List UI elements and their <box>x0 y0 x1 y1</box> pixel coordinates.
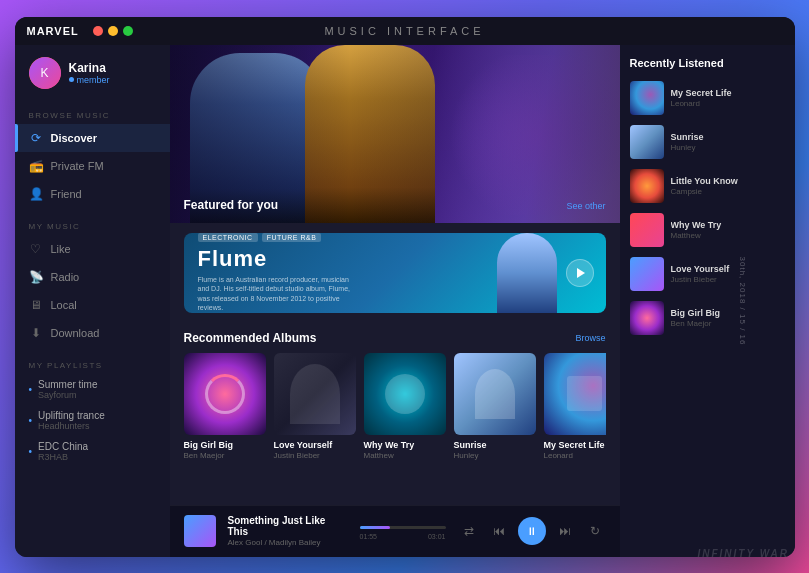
discover-icon: ⟳ <box>29 131 43 145</box>
recent-art-2 <box>630 125 664 159</box>
sidebar-item-download[interactable]: ⬇ Download <box>15 319 170 347</box>
sidebar-item-label: Radio <box>51 271 80 283</box>
sidebar-item-friend[interactable]: 👤 Friend <box>15 180 170 208</box>
recent-info-4: Why We Try Matthew <box>671 220 785 240</box>
recent-artist-4: Matthew <box>671 231 785 240</box>
playlist-item-2[interactable]: • Uplifting trance Headhunters <box>15 405 170 436</box>
app-title: MUSIC INTERFACE <box>324 25 484 37</box>
user-info: Karina member <box>69 61 110 85</box>
sidebar-item-label: Private FM <box>51 160 104 172</box>
albums-browse-button[interactable]: Browse <box>575 333 605 343</box>
playlist-item-1[interactable]: • Summer time Sayforum <box>15 374 170 405</box>
playlist-author: Headhunters <box>38 421 105 431</box>
prev-button[interactable]: ⏮ <box>488 520 510 542</box>
minimize-button[interactable] <box>108 26 118 36</box>
album-artist-5: Leonard <box>544 451 606 460</box>
recent-song-3: Little You Know <box>671 176 785 186</box>
playlist-name: Summer time <box>38 379 97 390</box>
featured-artist-image <box>492 233 562 313</box>
sidebar-item-private-fm[interactable]: 📻 Private FM <box>15 152 170 180</box>
play-pause-button[interactable]: ⏸ <box>518 517 546 545</box>
album-artist-2: Justin Bieber <box>274 451 356 460</box>
album-name-4: Sunrise <box>454 440 536 450</box>
album-art-5 <box>544 353 606 435</box>
recent-artist-1: Leonard <box>671 99 785 108</box>
hero-background: Featured for you See other <box>170 45 620 223</box>
recent-song-1: My Secret Life <box>671 88 785 98</box>
recent-item-2[interactable]: Sunrise Hunley <box>630 125 785 159</box>
hero-featured-label: Featured for you <box>184 195 279 213</box>
album-name-3: Why We Try <box>364 440 446 450</box>
albums-header: Recommended Albums Browse <box>184 331 606 345</box>
recent-info-1: My Secret Life Leonard <box>671 88 785 108</box>
recent-art-4 <box>630 213 664 247</box>
recent-artist-2: Hunley <box>671 143 785 152</box>
heart-icon: ♡ <box>29 242 43 256</box>
playlists-section-label: MY PLAYLISTS <box>15 353 170 374</box>
album-artist-1: Ben Maejor <box>184 451 266 460</box>
friend-icon: 👤 <box>29 187 43 201</box>
playlist-author: Sayforum <box>38 390 97 400</box>
recent-info-5: Love Yourself Justin Bieber <box>671 264 785 284</box>
my-music-section-label: MY MUSIC <box>15 214 170 235</box>
repeat-button[interactable]: ↻ <box>584 520 606 542</box>
total-time: 03:01 <box>428 533 446 540</box>
shuffle-button[interactable]: ⇄ <box>458 520 480 542</box>
user-role: member <box>69 75 110 85</box>
album-card-1[interactable]: Big Girl Big Ben Maejor <box>184 353 266 460</box>
sidebar-item-local[interactable]: 🖥 Local <box>15 291 170 319</box>
title-bar-left: MARVEL <box>27 25 133 37</box>
recent-artist-3: Campsie <box>671 187 785 196</box>
album-card-5[interactable]: My Secret Life Leonard <box>544 353 606 460</box>
close-button[interactable] <box>93 26 103 36</box>
main-content: K Karina member BROWSE MUSIC ⟳ Discover … <box>15 45 795 557</box>
player-song-title: Something Just Like This <box>228 515 348 537</box>
album-art-3 <box>364 353 446 435</box>
playlist-author: R3HAB <box>38 452 88 462</box>
recent-item-5[interactable]: Love Yourself Justin Bieber <box>630 257 785 291</box>
player-info: Something Just Like This Alex Gool / Mad… <box>228 515 348 547</box>
album-art-2 <box>274 353 356 435</box>
sidebar-item-discover[interactable]: ⟳ Discover <box>15 124 170 152</box>
role-dot <box>69 77 74 82</box>
sidebar-item-radio[interactable]: 📡 Radio <box>15 263 170 291</box>
album-art-4 <box>454 353 536 435</box>
recently-listened-title: Recently Listened <box>630 57 785 69</box>
recent-item-6[interactable]: Big Girl Big Ben Maejor <box>630 301 785 335</box>
current-time: 01:55 <box>360 533 378 540</box>
featured-description: Flume is an Australian record producer, … <box>198 275 358 311</box>
recent-art-5 <box>630 257 664 291</box>
album-card-4[interactable]: Sunrise Hunley <box>454 353 536 460</box>
player-bar: Something Just Like This Alex Gool / Mad… <box>170 505 620 557</box>
featured-card: ELECTRONIC FUTURE R&B Flume Flume is an … <box>184 233 606 313</box>
play-icon <box>577 268 585 278</box>
user-profile[interactable]: K Karina member <box>15 57 170 103</box>
album-artist-3: Matthew <box>364 451 446 460</box>
recent-item-3[interactable]: Little You Know Campsie <box>630 169 785 203</box>
featured-play-button[interactable] <box>566 259 594 287</box>
recent-item-4[interactable]: Why We Try Matthew <box>630 213 785 247</box>
maximize-button[interactable] <box>123 26 133 36</box>
recent-song-2: Sunrise <box>671 132 785 142</box>
recent-artist-5: Justin Bieber <box>671 275 785 284</box>
playlist-item-3[interactable]: • EDC China R3HAB <box>15 436 170 467</box>
album-name-1: Big Girl Big <box>184 440 266 450</box>
center-panel: Featured for you See other ELECTRONIC FU… <box>170 45 620 557</box>
next-button[interactable]: ⏭ <box>554 520 576 542</box>
recent-item-1[interactable]: My Secret Life Leonard <box>630 81 785 115</box>
recent-art-1 <box>630 81 664 115</box>
hero-see-other[interactable]: See other <box>566 195 605 213</box>
album-card-2[interactable]: Love Yourself Justin Bieber <box>274 353 356 460</box>
recent-song-5: Love Yourself <box>671 264 785 274</box>
avatar: K <box>29 57 61 89</box>
album-card-3[interactable]: Why We Try Matthew <box>364 353 446 460</box>
app-window: MARVEL MUSIC INTERFACE K Karina member <box>15 17 795 557</box>
player-controls: ⇄ ⏮ ⏸ ⏭ ↻ <box>458 517 606 545</box>
player-progress[interactable]: 01:55 03:01 <box>360 522 446 540</box>
sidebar-item-label: Like <box>51 243 71 255</box>
playlist-name: EDC China <box>38 441 88 452</box>
sidebar-item-like[interactable]: ♡ Like <box>15 235 170 263</box>
progress-bar[interactable] <box>360 526 446 529</box>
sidebar-item-label: Local <box>51 299 77 311</box>
albums-title: Recommended Albums <box>184 331 317 345</box>
